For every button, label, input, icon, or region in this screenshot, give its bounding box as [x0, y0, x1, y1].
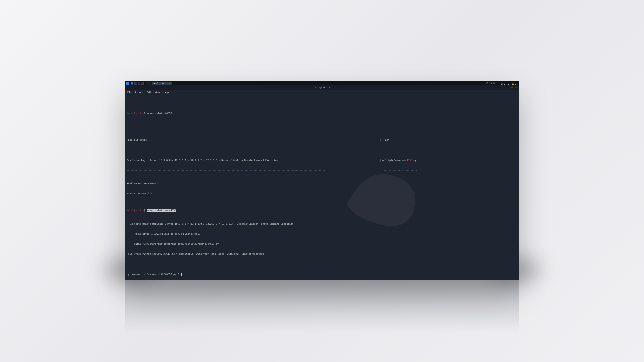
cp-prompt-line: cp: overwrite '/home/lalit/44553.py'?: [127, 273, 517, 276]
window-titlebar[interactable]: lalit@kali: ~ — ☐ ✕: [125, 85, 519, 90]
filetype-line: File Type: Python script, ASCII text exe…: [127, 252, 517, 256]
close-button[interactable]: ✕: [515, 86, 517, 89]
command-2-selected: searchsploit -m 44553: [147, 209, 176, 212]
display-icon[interactable]: ▭: [497, 82, 499, 85]
papers-line: Papers: No Results: [127, 192, 517, 195]
clock-label[interactable]: 10:26 AM: [486, 81, 495, 85]
result-path: multiple/remote/44553.py: [382, 159, 517, 162]
workspace-3[interactable]: [138, 82, 140, 85]
window-controls: — ☐ ✕: [506, 86, 517, 89]
prompt-user: lalit@kali: [127, 112, 141, 115]
menubar: File Actions Edit View Help: [125, 90, 519, 94]
prompt-line-1: lalit@kali:~$ searchsploit 44553: [127, 112, 517, 115]
shellcodes-line: Shellcodes: No Results: [127, 182, 517, 185]
window-title: lalit@kali: ~: [314, 86, 331, 89]
table-row: Oracle WebLogic Server 10.3.6.0 / 12.1.3…: [127, 159, 517, 162]
menu-file[interactable]: File: [127, 91, 131, 94]
power-icon[interactable]: ⏻: [515, 82, 518, 85]
url-line: URL: https://www.exploit-db.com/exploits…: [127, 232, 517, 236]
notifications-icon[interactable]: ▲: [504, 82, 506, 85]
workspace-4[interactable]: [141, 82, 144, 85]
menu-view[interactable]: View: [155, 91, 160, 94]
taskbar: ▭ ▣ lalit@kali: ~ 10:26 AM ▭ 🔊 ▲ ◆ 🔒 ⏻: [125, 81, 519, 85]
taskbar-files-button[interactable]: ▭: [146, 82, 151, 85]
exploit-line: Exploit: Oracle WebLogic Server 10.3.6.0…: [127, 222, 517, 226]
kali-logo-icon[interactable]: [126, 82, 129, 85]
taskbar-terminal-button[interactable]: ▣ lalit@kali: ~: [152, 82, 173, 85]
desktop-reflection: [125, 280, 519, 347]
result-title: Oracle WebLogic Server 10.3.6.0 / 12.1.3…: [127, 159, 378, 162]
network-icon[interactable]: ◆: [508, 82, 510, 85]
cursor-icon: [181, 273, 182, 276]
table-header-path: Path: [382, 138, 517, 142]
table-hr-bot: ----------------------------------------…: [127, 169, 517, 172]
taskbar-terminal-label: lalit@kali: ~: [155, 81, 170, 85]
prompt-sym: $: [144, 112, 145, 115]
volume-icon[interactable]: 🔊: [500, 82, 503, 85]
menu-help[interactable]: Help: [163, 91, 169, 94]
workspace-2[interactable]: [134, 82, 137, 85]
menu-actions[interactable]: Actions: [135, 91, 144, 94]
terminal-body[interactable]: lalit@kali:~$ searchsploit 44553 -------…: [125, 94, 519, 280]
workspace-1[interactable]: [131, 82, 133, 85]
path-line: Path: /usr/share/exploitdb/exploits/mult…: [127, 242, 517, 246]
minimize-button[interactable]: —: [506, 86, 509, 89]
workspace-switcher[interactable]: [131, 82, 144, 85]
menu-edit[interactable]: Edit: [147, 91, 151, 94]
lock-icon[interactable]: 🔒: [512, 82, 514, 85]
table-header-title: Exploit Title: [127, 138, 378, 142]
blank-line: [127, 262, 517, 266]
system-tray: 10:26 AM ▭ 🔊 ▲ ◆ 🔒 ⏻: [486, 81, 518, 85]
table-hr-mid: ----------------------------------------…: [127, 148, 517, 152]
maximize-button[interactable]: ☐: [511, 86, 513, 89]
desktop-window: ▭ ▣ lalit@kali: ~ 10:26 AM ▭ 🔊 ▲ ◆ 🔒 ⏻ l…: [125, 81, 519, 280]
table-header: Exploit Title| Path: [127, 138, 517, 142]
command-1: searchsploit 44553: [147, 112, 172, 115]
prompt-line-2: lalit@kali:~$ searchsploit -m 44553: [127, 209, 517, 212]
table-hr-top: ----------------------------------------…: [127, 128, 517, 132]
